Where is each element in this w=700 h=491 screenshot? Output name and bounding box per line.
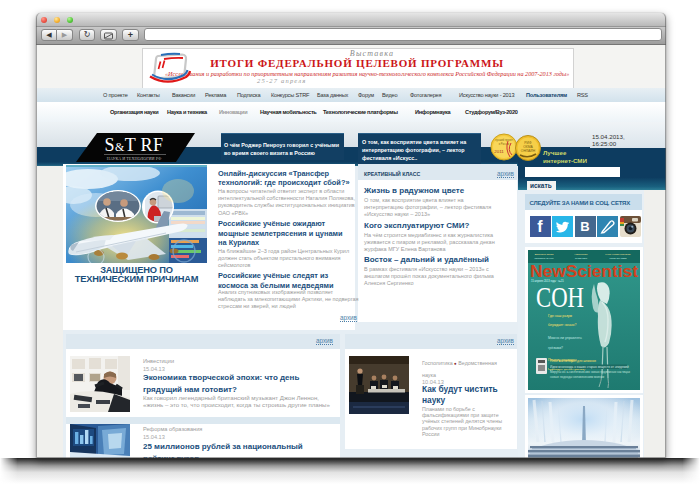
svg-text:NewScientist: NewScientist bbox=[530, 263, 639, 280]
svg-text:S&T RF: S&T RF bbox=[105, 135, 164, 155]
svg-text:гении спят: гении спят bbox=[575, 257, 588, 260]
svg-text:когда мы спим: когда мы спим bbox=[610, 257, 627, 260]
svg-text:Где наш разум: Где наш разум bbox=[548, 314, 572, 318]
svg-text:лучший проект: лучший проект bbox=[495, 138, 514, 142]
svg-text:СОН: СОН bbox=[536, 281, 584, 313]
svg-text:2011: 2011 bbox=[494, 149, 504, 154]
svg-text:Идеи многохода о ваших старых: Идеи многохода о ваших старых веществ от… bbox=[550, 365, 629, 369]
svg-text:блуждает ночью?: блуждает ночью? bbox=[548, 323, 576, 327]
svg-text:Можно ли управлять: Можно ли управлять bbox=[548, 336, 582, 340]
svg-text:НАУКА И ТЕХНОЛОГИИ РФ: НАУКА И ТЕХНОЛОГИИ РФ bbox=[107, 156, 162, 161]
svg-text:работают лучше: работают лучше bbox=[534, 257, 554, 260]
svg-text:ОНЛАЙН: ОНЛАЙН bbox=[521, 149, 536, 153]
svg-text:Мируты об а-синтетических новы: Мируты об а-синтетических новых подземны… bbox=[550, 370, 631, 374]
svg-text:в России: в России bbox=[499, 142, 510, 146]
svg-text:Плюс магнитофон для шпионов: Плюс магнитофон для шпионов bbox=[550, 359, 596, 363]
svg-text:новые подходы человеческим моз: новые подходы человеческим мозгам bbox=[550, 375, 604, 379]
svg-text:грёзами?: грёзами? bbox=[548, 346, 563, 350]
